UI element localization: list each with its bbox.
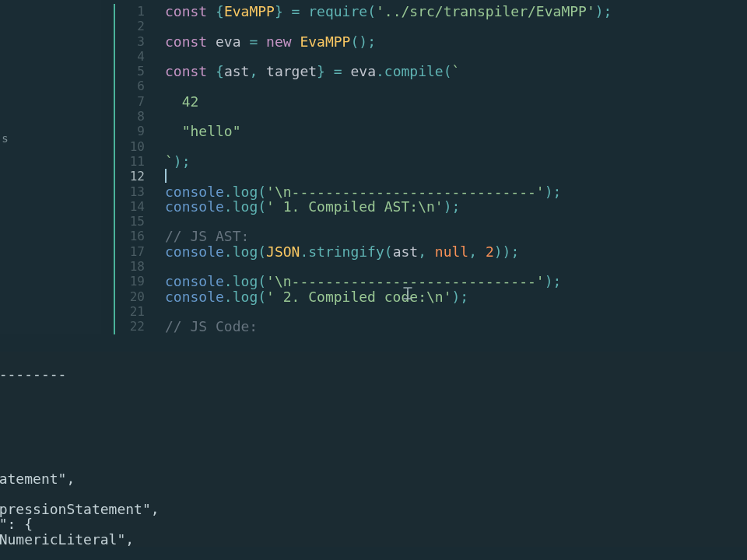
code-line[interactable] [165, 49, 612, 64]
code-line[interactable] [165, 109, 612, 124]
code-token: log [233, 243, 258, 260]
output-line: "BlockStatement", [0, 471, 747, 486]
code-line[interactable] [165, 259, 612, 274]
code-token: ; [182, 153, 191, 170]
code-line[interactable] [165, 169, 612, 184]
code-token: console [165, 289, 224, 305]
code-token: ) [545, 184, 553, 200]
code-area[interactable]: const {EvaMPP} = require('../src/transpi… [165, 4, 612, 334]
code-token: } [275, 3, 283, 19]
line-number: 20 [115, 289, 148, 304]
line-number: 19 [115, 274, 148, 289]
code-token: EvaMPP [224, 3, 275, 19]
code-line[interactable]: // JS AST: [165, 229, 612, 243]
code-line[interactable]: console.log(' 2. Compiled code:\n'); [165, 289, 612, 304]
code-token: ` [165, 153, 174, 170]
code-line[interactable] [165, 139, 612, 154]
code-line[interactable]: // JS Code: [165, 319, 612, 334]
code-token: log [233, 184, 258, 200]
code-line[interactable]: console.log(' 1. Compiled AST:\n'); [165, 199, 612, 214]
code-token: } [317, 63, 325, 79]
code-line[interactable]: const {EvaMPP} = require('../src/transpi… [165, 4, 612, 19]
code-line[interactable]: console.log('\n-------------------------… [165, 184, 612, 199]
code-token: ; [451, 198, 460, 215]
code-line[interactable]: console.log(JSON.stringify(ast, null, 2)… [165, 244, 612, 259]
code-line[interactable]: `); [165, 154, 612, 169]
code-token: console [165, 243, 224, 260]
line-number: 17 [115, 244, 148, 259]
code-token: const [165, 33, 216, 50]
code-line[interactable]: console.log('\n-------------------------… [165, 274, 612, 289]
code-token: ' 1. Compiled AST:\n' [266, 198, 444, 215]
code-token: compile [384, 63, 444, 79]
code-token: // JS Code: [165, 318, 258, 334]
code-token: 42 [165, 93, 198, 110]
code-token: ( [444, 63, 452, 79]
line-number: 6 [115, 79, 148, 93]
file-item[interactable]: gen.js [0, 132, 9, 145]
code-token: ) [174, 153, 182, 170]
code-line[interactable]: 42 [165, 94, 612, 109]
code-token: = [283, 3, 309, 19]
line-number: 9 [115, 124, 148, 138]
line-number: 10 [115, 139, 148, 154]
code-token: 2 [486, 243, 494, 260]
code-token: . [224, 273, 233, 289]
code-token: . [224, 184, 233, 200]
code-token: , [249, 63, 266, 79]
code-token: . [300, 243, 308, 260]
code-token: ast [393, 243, 419, 260]
code-line[interactable] [165, 19, 612, 33]
line-number: 18 [115, 259, 148, 274]
code-token: ; [510, 243, 519, 260]
code-token: ; [553, 184, 562, 200]
code-token: require [308, 3, 367, 19]
code-token: = [325, 63, 351, 79]
code-line[interactable]: const {ast, target} = eva.compile(` [165, 64, 612, 79]
line-number: 8 [115, 109, 148, 124]
line-number: 2 [115, 19, 148, 33]
code-token: ; [367, 33, 376, 50]
code-line[interactable] [165, 304, 612, 319]
code-token: ) [451, 289, 460, 305]
code-token: () [350, 33, 367, 50]
code-line[interactable]: "hello" [165, 124, 612, 138]
code-token: ) [545, 273, 553, 289]
line-number: 7 [115, 94, 148, 109]
line-number: 11 [115, 154, 148, 169]
code-token: { [216, 63, 224, 79]
line-number: 16 [115, 229, 148, 243]
code-token: log [233, 289, 258, 305]
code-token: log [233, 273, 258, 289]
code-token: . [224, 243, 233, 260]
code-token: ; [604, 3, 612, 19]
output-line: ---------------- [0, 366, 747, 381]
terminal-output[interactable]: ----------------AST:ogram","BlockStateme… [0, 352, 747, 547]
code-line[interactable] [165, 214, 612, 229]
edit-cursor [165, 169, 167, 183]
code-token: , [468, 243, 486, 260]
code-token: . [376, 63, 384, 79]
output-line: AST: [0, 382, 747, 397]
code-token: const [165, 63, 216, 79]
code-token: . [224, 289, 233, 305]
code-token: stringify [308, 243, 384, 260]
code-token: eva [216, 33, 241, 50]
output-line [0, 352, 747, 366]
line-number: 14 [115, 199, 148, 214]
code-token: // JS AST: [165, 228, 249, 244]
file-explorer[interactable]: gen.js.js [0, 0, 101, 334]
code-token: target [266, 63, 317, 79]
code-token: ; [553, 273, 562, 289]
output-line [0, 411, 747, 426]
line-number: 13 [115, 184, 148, 199]
code-token: console [165, 273, 224, 289]
code-line[interactable] [165, 79, 612, 93]
code-token: '../src/transpiler/EvaMPP' [376, 3, 595, 19]
code-token: = [241, 33, 267, 50]
code-token: "hello" [165, 123, 241, 139]
code-line[interactable]: const eva = new EvaMPP(); [165, 34, 612, 49]
output-line: type": "NumericLiteral", [0, 532, 747, 547]
line-number: 22 [115, 319, 148, 334]
line-number: 12 [115, 169, 148, 184]
